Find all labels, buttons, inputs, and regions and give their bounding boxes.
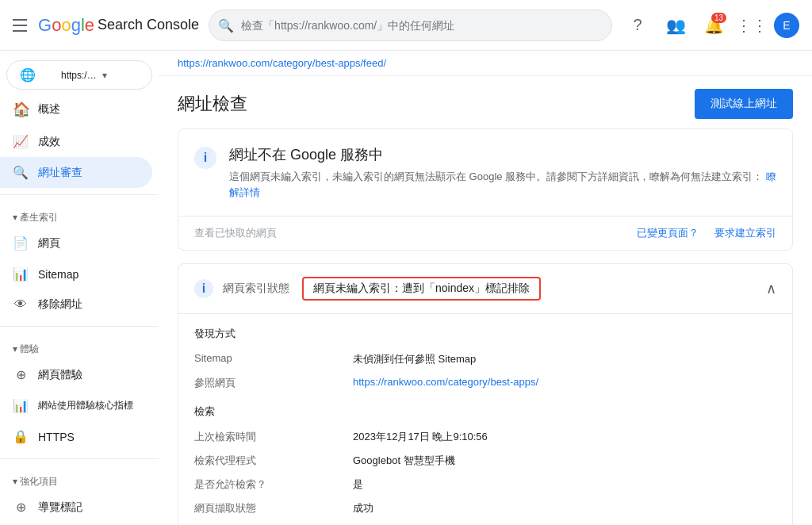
sidebar-divider-1 [0,194,159,195]
search-icon: 🔍 [13,165,29,180]
sidebar-item-sitemap[interactable]: 📊 Sitemap [0,259,152,289]
info-card-title: 網址不在 Google 服務中 [229,145,776,164]
sidebar-item-label: 網頁體驗 [38,368,82,382]
detail-val: https://rankwoo.com/category/best-apps/ [353,376,538,388]
detail-key: 檢索代理程式 [194,454,353,468]
detail-key: Sitemap [194,352,353,364]
enhancement-group: ▾ 強化項目 ⊕ 導覽標記 ⊕ 網站連結搜尋框 [0,466,159,525]
info-card-desc-text: 這個網頁未編入索引，未編入索引的網頁無法顯示在 Google 服務中。請參閱下方… [229,171,763,182]
index-group-label[interactable]: ▾ 產生索引 [0,201,159,228]
sidebar-item-label: 導覽標記 [38,500,82,515]
detail-key: 是否允許檢索？ [194,477,353,492]
sidebar-item-core-vitals[interactable]: 📊 網站使用體驗核心指標 [0,390,152,421]
sitemap-icon: 📊 [13,266,29,282]
notification-badge: 13 [711,13,726,23]
notifications-button[interactable]: 🔔 13 [698,10,730,41]
avatar[interactable]: E [774,13,799,38]
sidebar-item-label: 移除網址 [38,297,82,312]
index-group: ▾ 產生索引 📄 網頁 📊 Sitemap 👁 移除網址 [0,201,159,320]
pages-icon: 📄 [13,236,29,251]
request-indexing-link[interactable]: 要求建立索引 [714,226,776,240]
inspected-url: https://rankwoo.com/category/best-apps/f… [178,57,386,69]
not-indexed-card-header: i 網址不在 Google 服務中 這個網頁未編入索引，未編入索引的網頁無法顯示… [178,129,792,216]
dropdown-icon: ▾ [102,70,139,81]
detail-key: 參照網頁 [194,376,353,390]
footer-actions: 已變更頁面？ 要求建立索引 [637,226,776,240]
detail-row-allow-index: 是否允許編入索引？ i 否：在「X-Robots-Tag」HTTP 標頭中偵測到… [194,520,776,525]
sidebar-divider-2 [0,326,159,327]
core-vitals-icon: 📊 [13,398,29,413]
info-card-description: 這個網頁未編入索引，未編入索引的網頁無法顯示在 Google 服務中。請參閱下方… [229,169,776,200]
sidebar-item-label: 成效 [38,135,60,149]
info-icon: i [194,147,216,169]
status-info-icon: i [194,279,213,298]
sidebar-item-label: 網址審查 [38,166,82,180]
sidebar: 🌐 https://rankwoo.com/ ▾ 🏠 概述 📈 成效 🔍 網址審… [0,51,159,525]
index-status-section: i 網頁索引狀態 網頁未編入索引：遭到「noindex」標記排除 ∧ 發現方式 … [178,263,793,525]
sidebar-item-label: Sitemap [38,268,79,281]
detail-val: Googlebot 智慧型手機 [353,454,455,468]
detail-key: 網頁擷取狀態 [194,501,353,515]
info-card-footer: 查看已快取的網頁 已變更頁面？ 要求建立索引 [178,216,792,250]
sidebar-divider-3 [0,458,159,459]
search-input[interactable] [209,10,612,41]
sidebar-item-url-inspection[interactable]: 🔍 網址審查 [0,157,152,188]
main-layout: 🌐 https://rankwoo.com/ ▾ 🏠 概述 📈 成效 🔍 網址審… [0,51,812,525]
status-label: 網頁索引狀態 [223,282,289,296]
web-vitals-icon: ⊕ [13,367,29,382]
sidebar-item-performance[interactable]: 📈 成效 [0,126,152,157]
detail-val: 是 [353,477,363,492]
menu-button[interactable] [13,16,32,35]
apps-button[interactable]: ⋮⋮ [736,10,768,41]
property-url: https://rankwoo.com/ [61,70,98,81]
sidebar-item-label: 概述 [38,102,60,117]
sidebar-item-web-vitals[interactable]: ⊕ 網頁體驗 [0,359,152,390]
sidebar-item-https[interactable]: 🔒 HTTPS [0,421,152,452]
help-icon: ? [633,16,642,34]
account-settings-button[interactable]: 👥 [660,10,691,41]
detail-section: 發現方式 Sitemap 未偵測到任何參照 Sitemap 參照網頁 https… [178,314,792,525]
test-live-url-button[interactable]: 測試線上網址 [695,89,793,119]
account-settings-icon: 👥 [666,16,686,35]
sidebar-item-label: HTTPS [38,431,75,443]
detail-row-referring: 參照網頁 https://rankwoo.com/category/best-a… [194,371,776,395]
main-nav: 🏠 概述 📈 成效 🔍 網址審查 [0,93,159,188]
topbar-right: ? 👥 🔔 13 ⋮⋮ E [622,10,799,41]
search-icon: 🔍 [218,17,234,33]
sidebar-item-overview[interactable]: 🏠 概述 [0,93,152,126]
search-bar[interactable]: 🔍 [209,10,612,41]
status-chevron-icon: ∧ [766,280,776,297]
cached-page-link: 查看已快取的網頁 [194,226,277,240]
detail-row-fetch-status: 網頁擷取狀態 成功 [194,496,776,520]
property-selector[interactable]: 🌐 https://rankwoo.com/ ▾ [6,60,152,90]
home-icon: 🏠 [13,101,29,118]
detail-val: 未偵測到任何參照 Sitemap [353,352,476,366]
status-header[interactable]: i 網頁索引狀態 網頁未編入索引：遭到「noindex」標記排除 ∧ [178,264,792,314]
sidebar-item-label: 網站使用體驗核心指標 [38,399,133,412]
detail-val: 成功 [353,501,373,515]
topbar-left: Google Search Console [13,15,199,36]
sidebar-item-remove-url[interactable]: 👁 移除網址 [0,289,152,320]
sidebar-item-pages[interactable]: 📄 網頁 [0,228,152,259]
page-title: 網址檢查 [178,92,247,116]
sidebar-item-breadcrumbs[interactable]: ⊕ 導覽標記 [0,492,152,523]
topbar: Google Search Console 🔍 ? 👥 🔔 13 ⋮⋮ E [0,0,812,51]
help-button[interactable]: ? [622,10,653,41]
content-area: https://rankwoo.com/category/best-apps/f… [159,51,812,525]
crawl-group-label: 檢索 [194,404,776,419]
enhancement-group-label[interactable]: ▾ 強化項目 [0,466,159,492]
app-title: Search Console [98,17,199,33]
info-card-body: 網址不在 Google 服務中 這個網頁未編入索引，未編入索引的網頁無法顯示在 … [229,145,776,200]
referring-url[interactable]: https://rankwoo.com/category/best-apps/ [353,376,538,388]
https-icon: 🔒 [13,429,29,444]
inspected-url-bar: https://rankwoo.com/category/best-apps/f… [159,51,812,76]
remove-icon: 👁 [13,297,29,312]
page-changed-link[interactable]: 已變更頁面？ [637,226,699,240]
not-indexed-card: i 網址不在 Google 服務中 這個網頁未編入索引，未編入索引的網頁無法顯示… [178,128,793,251]
google-logo: Google [38,15,94,36]
logo: Google Search Console [38,15,199,36]
experience-group-label[interactable]: ▾ 體驗 [0,333,159,359]
detail-row-last-crawl: 上次檢索時間 2023年12月17日 晚上9:10:56 [194,425,776,449]
breadcrumbs-icon: ⊕ [13,500,29,515]
detail-row-crawl-agent: 檢索代理程式 Googlebot 智慧型手機 [194,449,776,473]
